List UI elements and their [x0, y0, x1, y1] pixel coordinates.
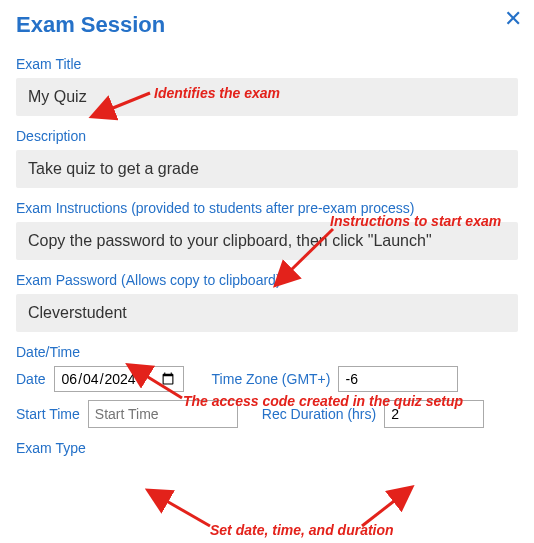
duration-input[interactable]	[384, 400, 484, 428]
exam-title-label: Exam Title	[16, 56, 518, 72]
datetime-section-label: Date/Time	[16, 344, 518, 360]
arrow-icon	[358, 492, 406, 530]
dialog-title: Exam Session	[16, 12, 518, 38]
description-value[interactable]: Take quiz to get a grade	[16, 150, 518, 188]
annotation-date-time-duration: Set date, time, and duration	[210, 522, 394, 538]
description-label: Description	[16, 128, 518, 144]
start-time-input[interactable]	[88, 400, 238, 428]
timezone-label: Time Zone (GMT+)	[212, 371, 331, 387]
arrow-icon	[155, 494, 215, 530]
exam-instructions-value[interactable]: Copy the password to your clipboard, the…	[16, 222, 518, 260]
exam-instructions-label: Exam Instructions (provided to students …	[16, 200, 518, 216]
exam-password-value[interactable]: Cleverstudent	[16, 294, 518, 332]
start-time-label: Start Time	[16, 406, 80, 422]
exam-type-label: Exam Type	[16, 440, 518, 456]
duration-label: Rec Duration (hrs)	[262, 406, 376, 422]
timezone-input[interactable]	[338, 366, 458, 392]
exam-password-label: Exam Password (Allows copy to clipboard)	[16, 272, 518, 288]
exam-title-value[interactable]: My Quiz	[16, 78, 518, 116]
svg-line-7	[163, 499, 210, 526]
date-input[interactable]	[54, 366, 184, 392]
svg-line-9	[362, 498, 398, 526]
close-icon[interactable]: ✕	[504, 8, 522, 30]
date-label: Date	[16, 371, 46, 387]
